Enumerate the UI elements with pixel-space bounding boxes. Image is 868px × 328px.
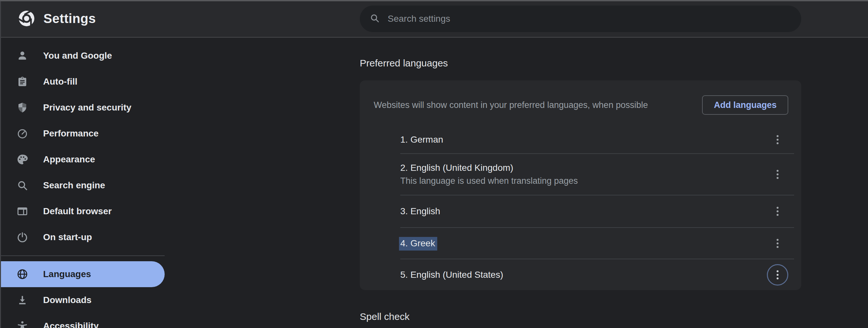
sidebar-item-label: Privacy and security [43,102,131,113]
card-header: Websites will show content in your prefe… [360,80,801,126]
sidebar-divider [1,256,165,256]
sidebar-item-label: Default browser [43,206,112,216]
sidebar: You and GoogleAuto-fillPrivacy and secur… [1,43,165,328]
sidebar-item-label: Search engine [43,180,105,190]
window-left-edge [0,0,1,328]
window-top-edge [0,0,868,1]
card-description: Websites will show content in your prefe… [374,99,648,111]
add-languages-button[interactable]: Add languages [702,95,788,115]
language-row: 5. English (United States) [400,259,794,290]
sidebar-item-label: You and Google [43,51,112,61]
shield-icon [17,102,28,114]
language-label: 2. English (United Kingdom) [400,162,578,173]
speedometer-icon [17,128,28,139]
sidebar-item-you-and-google[interactable]: You and Google [1,43,165,69]
sidebar-item-performance[interactable]: Performance [1,121,165,147]
kebab-menu-icon[interactable] [767,201,788,222]
sidebar-item-label: Auto-fill [43,77,78,87]
language-list: 1. German2. English (United Kingdom)This… [400,126,794,290]
language-label: 1. German [400,134,443,145]
sidebar-item-on-start-up[interactable]: On start-up [1,224,165,250]
language-text: 4. Greek [400,238,435,249]
globe-icon [17,268,28,280]
language-text: 3. English [400,206,440,217]
language-row: 1. German [400,126,794,153]
sidebar-item-default-browser[interactable]: Default browser [1,198,165,224]
main-content: Preferred languages Websites will show c… [360,38,801,323]
settings-search-bar[interactable] [360,5,801,32]
language-label: 3. English [400,206,440,217]
sidebar-item-auto-fill[interactable]: Auto-fill [1,69,165,95]
sidebar-item-accessibility[interactable]: Accessibility [1,313,165,328]
sidebar-item-appearance[interactable]: Appearance [1,147,165,172]
page-title: Settings [43,11,96,26]
sidebar-item-privacy-and-security[interactable]: Privacy and security [1,95,165,121]
power-icon [17,231,28,243]
search-icon [17,180,28,191]
language-sublabel: This language is used when translating p… [400,175,578,186]
language-label: 5. English (United States) [400,269,503,280]
accessibility-icon [17,320,28,328]
sidebar-item-label: Languages [43,269,91,279]
browser-window-icon [17,206,28,217]
language-row: 3. English [400,195,794,227]
sidebar-item-label: On start-up [43,232,92,242]
sidebar-item-search-engine[interactable]: Search engine [1,172,165,198]
autofill-icon [17,76,28,88]
sidebar-item-label: Appearance [43,154,95,165]
kebab-menu-icon[interactable] [767,164,788,185]
search-icon [370,13,380,25]
chrome-logo-icon [18,10,35,27]
language-row: 2. English (United Kingdom)This language… [400,153,794,195]
settings-toolbar: Settings [0,0,868,38]
search-input[interactable] [388,13,792,24]
brand: Settings [0,10,96,27]
sidebar-item-label: Downloads [43,295,91,305]
language-text: 5. English (United States) [400,269,503,280]
sidebar-item-label: Accessibility [43,321,98,328]
section-title-spell-check: Spell check [360,311,801,323]
language-text: 2. English (United Kingdom)This language… [400,162,578,186]
kebab-menu-icon[interactable] [767,233,788,254]
kebab-menu-icon[interactable] [767,264,788,286]
language-label: 4. Greek [399,237,437,250]
language-row: 4. Greek [400,227,794,259]
preferred-languages-card: Websites will show content in your prefe… [360,80,801,290]
sidebar-item-downloads[interactable]: Downloads [1,287,165,313]
download-icon [17,294,28,306]
section-title-preferred-languages: Preferred languages [360,57,801,69]
chrome-settings-window: Settings You and GoogleAuto-fillPrivacy … [0,0,868,328]
person-icon [17,50,28,62]
language-text: 1. German [400,134,443,145]
sidebar-item-label: Performance [43,128,98,139]
palette-icon [17,154,28,165]
sidebar-item-languages[interactable]: Languages [1,261,165,287]
kebab-menu-icon[interactable] [767,129,788,150]
